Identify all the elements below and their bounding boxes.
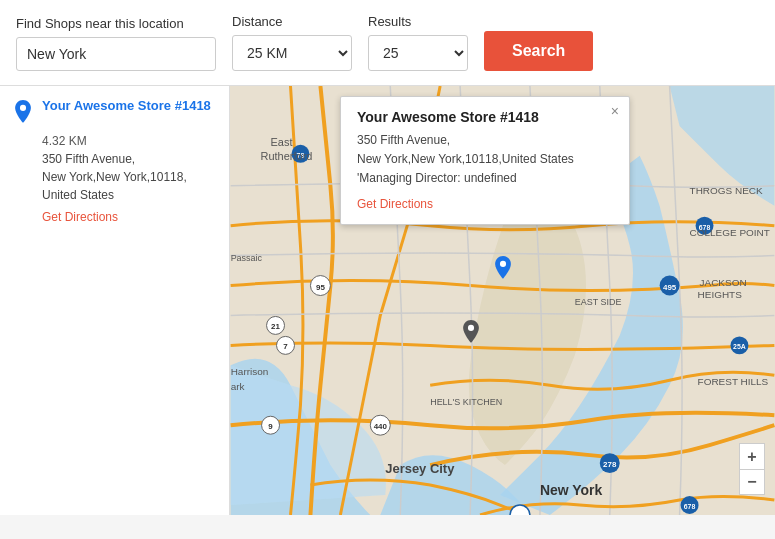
store-address: 350 Fifth Avenue, New York,New York,1011… bbox=[42, 150, 217, 204]
svg-text:440: 440 bbox=[374, 422, 388, 431]
location-field-group: Find Shops near this location bbox=[16, 16, 216, 71]
location-label: Find Shops near this location bbox=[16, 16, 216, 31]
store-name[interactable]: Your Awesome Store #1418 bbox=[42, 98, 211, 113]
location-input[interactable] bbox=[16, 37, 216, 71]
svg-text:JACKSON: JACKSON bbox=[700, 277, 747, 288]
distance-select[interactable]: 25 KM 50 KM 100 KM bbox=[232, 35, 352, 71]
info-address-line3: 'Managing Director: undefined bbox=[357, 171, 517, 185]
store-distance: 4.32 KM bbox=[42, 134, 217, 148]
main-content: Your Awesome Store #1418 4.32 KM 350 Fif… bbox=[0, 86, 775, 515]
distance-field-group: Distance 25 KM 50 KM 100 KM bbox=[232, 14, 352, 71]
map-area[interactable]: 95 440 478 278 495 678 25A 678 78 9 7 Ea… bbox=[230, 86, 775, 515]
svg-point-52 bbox=[468, 325, 474, 331]
svg-text:East: East bbox=[271, 136, 293, 148]
map-zoom-controls: + − bbox=[739, 443, 765, 495]
store-item-header: Your Awesome Store #1418 bbox=[12, 98, 217, 128]
svg-text:95: 95 bbox=[316, 283, 325, 292]
svg-text:9: 9 bbox=[268, 422, 273, 431]
results-label: Results bbox=[368, 14, 468, 29]
svg-text:New York: New York bbox=[540, 482, 603, 498]
svg-text:278: 278 bbox=[603, 460, 617, 469]
zoom-in-button[interactable]: + bbox=[739, 443, 765, 469]
search-bar: Find Shops near this location Distance 2… bbox=[0, 0, 775, 86]
search-button[interactable]: Search bbox=[484, 31, 593, 71]
zoom-out-button[interactable]: − bbox=[739, 469, 765, 495]
svg-text:478: 478 bbox=[513, 512, 527, 515]
svg-text:Passaic: Passaic bbox=[231, 253, 263, 263]
results-field-group: Results 10 25 50 bbox=[368, 14, 468, 71]
svg-text:HELL'S KITCHEN: HELL'S KITCHEN bbox=[430, 397, 502, 407]
svg-text:7: 7 bbox=[283, 342, 288, 351]
svg-text:Jersey City: Jersey City bbox=[385, 461, 455, 476]
svg-text:495: 495 bbox=[663, 283, 677, 292]
svg-text:ark: ark bbox=[231, 381, 245, 392]
svg-text:HEIGHTS: HEIGHTS bbox=[698, 289, 743, 300]
store-address-line3: United States bbox=[42, 188, 114, 202]
svg-text:Rutherford: Rutherford bbox=[261, 150, 313, 162]
svg-text:THROGS NECK: THROGS NECK bbox=[690, 185, 763, 196]
store-address-line2: New York,New York,10118, bbox=[42, 170, 187, 184]
info-window-get-directions[interactable]: Get Directions bbox=[357, 197, 433, 211]
store-map-pin[interactable] bbox=[492, 256, 514, 288]
distance-label: Distance bbox=[232, 14, 352, 29]
info-window: × Your Awesome Store #1418 350 Fifth Ave… bbox=[340, 96, 630, 225]
store-pin-icon bbox=[12, 100, 34, 128]
info-window-title: Your Awesome Store #1418 bbox=[357, 109, 613, 125]
store-address-line1: 350 Fifth Avenue, bbox=[42, 152, 135, 166]
svg-text:25A: 25A bbox=[733, 343, 746, 350]
svg-text:21: 21 bbox=[271, 322, 280, 331]
results-select[interactable]: 10 25 50 bbox=[368, 35, 468, 71]
sidebar: Your Awesome Store #1418 4.32 KM 350 Fif… bbox=[0, 86, 230, 515]
svg-text:FOREST HILLS: FOREST HILLS bbox=[698, 376, 769, 387]
svg-text:COLLEGE POINT: COLLEGE POINT bbox=[690, 227, 770, 238]
svg-text:Harrison: Harrison bbox=[231, 366, 269, 377]
info-window-address: 350 Fifth Avenue, New York,New York,1011… bbox=[357, 131, 613, 189]
store-get-directions[interactable]: Get Directions bbox=[42, 210, 217, 224]
info-address-line2: New York,New York,10118,United States bbox=[357, 152, 574, 166]
svg-text:678: 678 bbox=[684, 503, 696, 510]
info-address-line1: 350 Fifth Avenue, bbox=[357, 133, 450, 147]
svg-point-0 bbox=[20, 105, 26, 111]
store-list-item: Your Awesome Store #1418 4.32 KM 350 Fif… bbox=[12, 98, 217, 224]
svg-text:EAST SIDE: EAST SIDE bbox=[575, 297, 622, 307]
store-map-pin-2[interactable] bbox=[460, 320, 482, 352]
info-window-close-button[interactable]: × bbox=[611, 103, 619, 119]
svg-point-51 bbox=[500, 261, 506, 267]
